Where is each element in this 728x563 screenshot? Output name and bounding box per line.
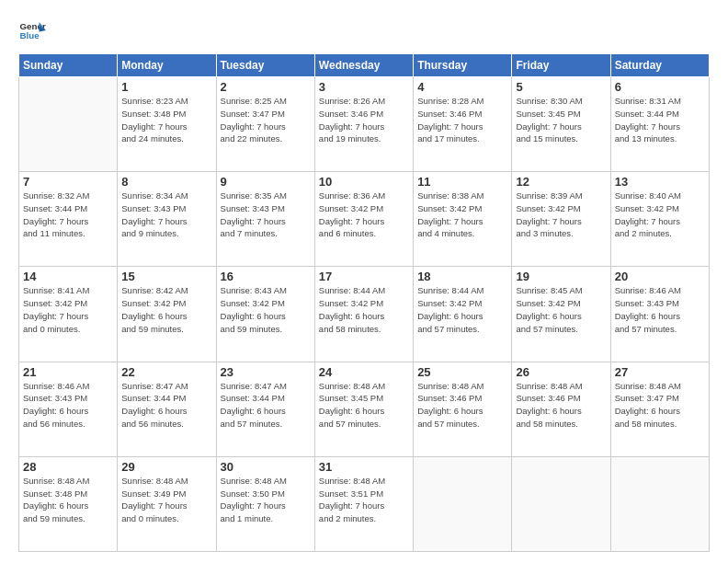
day-info: Sunrise: 8:34 AMSunset: 3:43 PMDaylight:… [121, 190, 211, 240]
day-number: 25 [417, 365, 507, 379]
day-info: Sunrise: 8:25 AMSunset: 3:47 PMDaylight:… [221, 95, 311, 145]
day-cell: 27Sunrise: 8:48 AMSunset: 3:47 PMDayligh… [610, 362, 709, 456]
day-cell: 28Sunrise: 8:48 AMSunset: 3:48 PMDayligh… [19, 456, 118, 551]
day-number: 29 [121, 460, 211, 474]
day-info: Sunrise: 8:32 AMSunset: 3:44 PMDaylight:… [23, 190, 113, 240]
weekday-header-row: SundayMondayTuesdayWednesdayThursdayFrid… [19, 54, 710, 77]
day-cell [512, 456, 610, 551]
day-cell: 10Sunrise: 8:36 AMSunset: 3:42 PMDayligh… [314, 172, 413, 267]
day-number: 31 [319, 460, 409, 474]
day-info: Sunrise: 8:23 AMSunset: 3:48 PMDaylight:… [121, 95, 211, 145]
day-cell [19, 77, 118, 172]
day-number: 23 [221, 365, 311, 379]
day-info: Sunrise: 8:47 AMSunset: 3:44 PMDaylight:… [221, 380, 311, 431]
day-number: 8 [121, 175, 211, 189]
day-info: Sunrise: 8:43 AMSunset: 3:42 PMDaylight:… [221, 284, 311, 335]
day-cell: 4Sunrise: 8:28 AMSunset: 3:46 PMDaylight… [414, 77, 512, 172]
day-cell: 21Sunrise: 8:46 AMSunset: 3:43 PMDayligh… [19, 362, 118, 456]
day-info: Sunrise: 8:48 AMSunset: 3:45 PMDaylight:… [319, 380, 409, 431]
day-cell: 11Sunrise: 8:38 AMSunset: 3:42 PMDayligh… [414, 172, 512, 267]
weekday-friday: Friday [512, 54, 610, 77]
day-number: 1 [121, 80, 211, 94]
day-cell: 24Sunrise: 8:48 AMSunset: 3:45 PMDayligh… [314, 362, 413, 456]
day-cell: 8Sunrise: 8:34 AMSunset: 3:43 PMDaylight… [118, 172, 216, 267]
day-info: Sunrise: 8:46 AMSunset: 3:43 PMDaylight:… [23, 380, 113, 431]
day-number: 16 [221, 270, 311, 283]
day-cell [414, 456, 512, 551]
logo-icon: General Blue [18, 17, 46, 44]
day-cell: 15Sunrise: 8:42 AMSunset: 3:42 PMDayligh… [118, 267, 216, 362]
day-cell: 3Sunrise: 8:26 AMSunset: 3:46 PMDaylight… [314, 77, 413, 172]
day-info: Sunrise: 8:48 AMSunset: 3:49 PMDaylight:… [121, 475, 211, 525]
day-number: 6 [615, 80, 705, 94]
day-number: 21 [23, 365, 113, 379]
day-number: 19 [516, 270, 606, 283]
day-number: 11 [417, 175, 507, 189]
day-cell: 16Sunrise: 8:43 AMSunset: 3:42 PMDayligh… [216, 267, 314, 362]
day-info: Sunrise: 8:48 AMSunset: 3:46 PMDaylight:… [516, 380, 606, 431]
day-info: Sunrise: 8:38 AMSunset: 3:42 PMDaylight:… [417, 190, 507, 240]
day-info: Sunrise: 8:47 AMSunset: 3:44 PMDaylight:… [121, 380, 211, 431]
day-info: Sunrise: 8:35 AMSunset: 3:43 PMDaylight:… [221, 190, 311, 240]
day-info: Sunrise: 8:48 AMSunset: 3:47 PMDaylight:… [615, 380, 705, 431]
day-cell: 13Sunrise: 8:40 AMSunset: 3:42 PMDayligh… [610, 172, 709, 267]
day-info: Sunrise: 8:48 AMSunset: 3:48 PMDaylight:… [23, 475, 113, 525]
weekday-tuesday: Tuesday [216, 54, 314, 77]
day-number: 17 [319, 270, 409, 283]
day-info: Sunrise: 8:45 AMSunset: 3:42 PMDaylight:… [516, 284, 606, 335]
week-row-1: 1Sunrise: 8:23 AMSunset: 3:48 PMDaylight… [19, 77, 710, 172]
day-cell [610, 456, 709, 551]
svg-text:Blue: Blue [20, 30, 40, 40]
weekday-thursday: Thursday [414, 54, 512, 77]
day-cell: 23Sunrise: 8:47 AMSunset: 3:44 PMDayligh… [216, 362, 314, 456]
day-number: 12 [516, 175, 606, 189]
weekday-saturday: Saturday [610, 54, 709, 77]
week-row-4: 21Sunrise: 8:46 AMSunset: 3:43 PMDayligh… [19, 362, 710, 456]
weekday-sunday: Sunday [19, 54, 118, 77]
day-cell: 18Sunrise: 8:44 AMSunset: 3:42 PMDayligh… [414, 267, 512, 362]
day-info: Sunrise: 8:42 AMSunset: 3:42 PMDaylight:… [121, 284, 211, 335]
logo: General Blue [18, 17, 50, 44]
page-header: General Blue [18, 17, 710, 44]
day-number: 22 [121, 365, 211, 379]
day-cell: 9Sunrise: 8:35 AMSunset: 3:43 PMDaylight… [216, 172, 314, 267]
day-number: 15 [121, 270, 211, 283]
day-number: 18 [417, 270, 507, 283]
day-cell: 1Sunrise: 8:23 AMSunset: 3:48 PMDaylight… [118, 77, 216, 172]
week-row-3: 14Sunrise: 8:41 AMSunset: 3:42 PMDayligh… [19, 267, 710, 362]
day-cell: 5Sunrise: 8:30 AMSunset: 3:45 PMDaylight… [512, 77, 610, 172]
day-cell: 30Sunrise: 8:48 AMSunset: 3:50 PMDayligh… [216, 456, 314, 551]
day-info: Sunrise: 8:28 AMSunset: 3:46 PMDaylight:… [417, 95, 507, 145]
day-cell: 19Sunrise: 8:45 AMSunset: 3:42 PMDayligh… [512, 267, 610, 362]
calendar-table: SundayMondayTuesdayWednesdayThursdayFrid… [18, 53, 710, 552]
day-info: Sunrise: 8:41 AMSunset: 3:42 PMDaylight:… [23, 284, 113, 335]
day-info: Sunrise: 8:46 AMSunset: 3:43 PMDaylight:… [615, 284, 705, 335]
day-cell: 25Sunrise: 8:48 AMSunset: 3:46 PMDayligh… [414, 362, 512, 456]
day-number: 13 [615, 175, 705, 189]
day-number: 20 [615, 270, 705, 283]
day-cell: 12Sunrise: 8:39 AMSunset: 3:42 PMDayligh… [512, 172, 610, 267]
day-number: 9 [221, 175, 311, 189]
day-info: Sunrise: 8:26 AMSunset: 3:46 PMDaylight:… [319, 95, 409, 145]
day-number: 5 [516, 80, 606, 94]
day-info: Sunrise: 8:44 AMSunset: 3:42 PMDaylight:… [417, 284, 507, 335]
week-row-2: 7Sunrise: 8:32 AMSunset: 3:44 PMDaylight… [19, 172, 710, 267]
day-cell: 2Sunrise: 8:25 AMSunset: 3:47 PMDaylight… [216, 77, 314, 172]
week-row-5: 28Sunrise: 8:48 AMSunset: 3:48 PMDayligh… [19, 456, 710, 551]
day-info: Sunrise: 8:36 AMSunset: 3:42 PMDaylight:… [319, 190, 409, 240]
day-number: 28 [23, 460, 113, 474]
day-number: 24 [319, 365, 409, 379]
day-number: 26 [516, 365, 606, 379]
day-number: 2 [221, 80, 311, 94]
day-info: Sunrise: 8:30 AMSunset: 3:45 PMDaylight:… [516, 95, 606, 145]
day-number: 4 [417, 80, 507, 94]
day-number: 30 [221, 460, 311, 474]
day-cell: 6Sunrise: 8:31 AMSunset: 3:44 PMDaylight… [610, 77, 709, 172]
weekday-monday: Monday [118, 54, 216, 77]
day-cell: 20Sunrise: 8:46 AMSunset: 3:43 PMDayligh… [610, 267, 709, 362]
day-cell: 22Sunrise: 8:47 AMSunset: 3:44 PMDayligh… [118, 362, 216, 456]
day-info: Sunrise: 8:48 AMSunset: 3:46 PMDaylight:… [417, 380, 507, 431]
day-number: 3 [319, 80, 409, 94]
day-cell: 17Sunrise: 8:44 AMSunset: 3:42 PMDayligh… [314, 267, 413, 362]
day-info: Sunrise: 8:31 AMSunset: 3:44 PMDaylight:… [615, 95, 705, 145]
